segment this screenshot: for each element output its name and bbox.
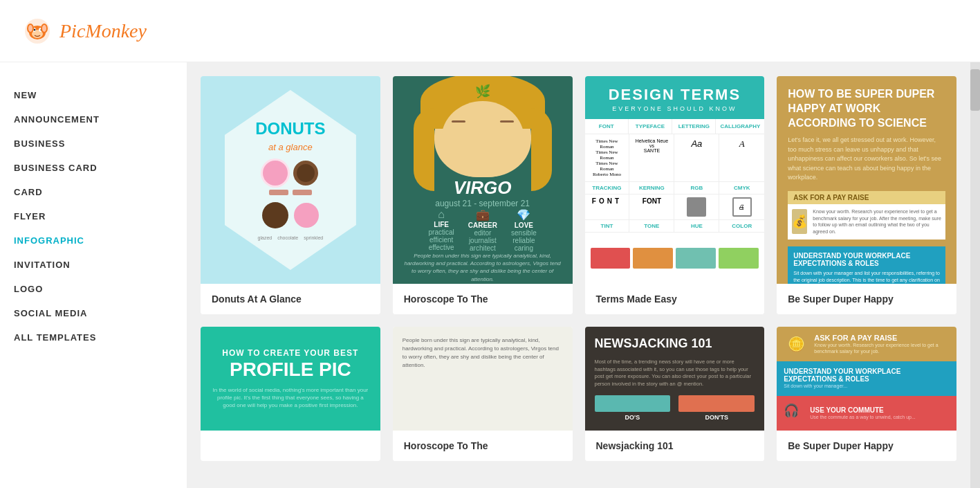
card-newsjacking-image: NEWSJACKING 101 Most of the time, a tren…: [585, 327, 765, 431]
sidebar-item-social-media[interactable]: SOCIAL MEDIA: [14, 301, 173, 325]
dos-label: DO'S: [595, 414, 671, 421]
sidebar-item-flyer[interactable]: FLYER: [14, 204, 173, 228]
profile-title: PROFILE PIC: [230, 359, 351, 381]
horoscope-bottom-text: People born under this sign are typicall…: [393, 327, 573, 379]
card-profile-pic[interactable]: HOW TO CREATE YOUR BEST PROFILE PIC In t…: [201, 327, 380, 461]
logo[interactable]: PicMonkey: [21, 15, 147, 48]
card-design-terms[interactable]: DESIGN TERMS EVERYONE SHOULD KNOW FONT T…: [585, 76, 765, 314]
header: PicMonkey: [0, 0, 980, 62]
coins-icon: 💰: [792, 209, 807, 234]
svg-point-9: [28, 25, 33, 32]
card-newsjacking[interactable]: NEWSJACKING 101 Most of the time, a tren…: [585, 327, 765, 461]
card-virgo-label: Horoscope To The: [393, 284, 573, 314]
card-newsjacking-label: Newsjacking 101: [585, 431, 765, 461]
work-section1-title: ASK FOR A PAY RAISE: [788, 191, 945, 204]
card-design-terms-image: DESIGN TERMS EVERYONE SHOULD KNOW FONT T…: [585, 76, 765, 284]
newsjacking-donts: DON'TS: [678, 395, 755, 421]
card-work-happy-label: Be Super Duper Happy: [777, 284, 956, 314]
donut-2: [293, 161, 318, 186]
card-virgo-image: 🌿 VIRGO august 21 - september 21: [393, 76, 573, 284]
card-donuts-label: Donuts At A Glance: [201, 284, 380, 314]
donuts-title: DONUTS: [255, 120, 325, 138]
sidebar-item-business[interactable]: BUSINESS: [14, 132, 173, 156]
sidebar-item-invitation[interactable]: INVITATION: [14, 253, 173, 277]
card-happy2-image: 🪙 ASK FOR A PAY RAISE Know your worth. R…: [777, 327, 956, 431]
sidebar-item-business-card[interactable]: BUSINESS CARD: [14, 156, 173, 180]
sidebar-item-infographic[interactable]: INFOGRAPHIC: [14, 228, 173, 253]
work-section2-body: Sit down with your manager and list your…: [793, 270, 940, 284]
scrollbar-track[interactable]: [970, 62, 980, 488]
card-donuts[interactable]: DONUTS at a glance: [201, 76, 380, 314]
laurel-icon: 🌿: [438, 84, 528, 99]
profile-pre: HOW TO CREATE YOUR BEST: [222, 347, 358, 359]
scrollbar-thumb[interactable]: [970, 69, 980, 111]
sidebar-item-all-templates[interactable]: ALL TEMPLATES: [14, 325, 173, 350]
card-virgo[interactable]: 🌿 VIRGO august 21 - september 21: [393, 76, 573, 314]
virgo-life: ⌂ LIFE practicalefficienteffective: [429, 208, 454, 252]
newsjacking-body: Most of the time, a trending news story …: [595, 359, 755, 388]
donut-4: [294, 203, 319, 228]
sidebar-item-logo[interactable]: LOGO: [14, 277, 173, 301]
virgo-title: VIRGO: [435, 177, 530, 199]
monkey-icon: [21, 15, 54, 48]
bacon-strip: [269, 190, 288, 195]
logo-text: PicMonkey: [59, 20, 147, 42]
virgo-love: 💎 LOVE sensiblereliablecaring: [511, 208, 537, 252]
design-terms-sub: EVERYONE SHOULD KNOW: [592, 105, 758, 112]
virgo-description: People born under this sign are typicall…: [404, 252, 562, 283]
sidebar: NEW ANNOUNCEMENT BUSINESS BUSINESS CARD …: [0, 62, 187, 488]
template-grid-row1: DONUTS at a glance: [201, 76, 956, 314]
card-design-terms-label: Terms Made Easy: [585, 284, 765, 314]
newsjacking-title: NEWSJACKING 101: [595, 336, 755, 352]
card-horoscope-bottom[interactable]: People born under this sign are typicall…: [393, 327, 573, 461]
card-happy2[interactable]: 🪙 ASK FOR A PAY RAISE Know your worth. R…: [777, 327, 956, 461]
work-section2-title: UNDERSTAND YOUR WORKPLACE EXPECTATIONS &…: [793, 252, 940, 267]
card-donuts-image: DONUTS at a glance: [201, 76, 380, 284]
donut-1: [263, 161, 288, 186]
svg-point-10: [42, 25, 46, 32]
donuts-subtitle: at a glance: [268, 142, 313, 152]
work-section1-body: Know your worth. Research your experienc…: [813, 208, 941, 235]
newsjacking-dos: DO'S: [595, 395, 671, 421]
content-area: DONUTS at a glance: [187, 62, 970, 488]
sidebar-item-card[interactable]: CARD: [14, 180, 173, 204]
sidebar-item-announcement[interactable]: ANNOUNCEMENT: [14, 107, 173, 132]
profile-body: In the world of social media, nothing's …: [212, 386, 369, 410]
card-happy2-label: Be Super Duper Happy: [777, 431, 956, 461]
work-body: Let's face it, we all get stressed out a…: [788, 136, 945, 183]
card-work-happy[interactable]: HOW TO BE SUPER DUPER HAPPY AT WORK ACCO…: [777, 76, 956, 314]
card-work-happy-image: HOW TO BE SUPER DUPER HAPPY AT WORK ACCO…: [777, 76, 956, 284]
virgo-career: 💼 CAREER editorjournalistarchitect: [468, 208, 497, 252]
work-title: HOW TO BE SUPER DUPER HAPPY AT WORK ACCO…: [788, 87, 945, 130]
sidebar-item-new[interactable]: NEW: [14, 83, 173, 107]
headphones-icon: 🎧: [784, 403, 804, 424]
card-horoscope-bottom-label: Horoscope To The: [393, 431, 573, 461]
main-layout: NEW ANNOUNCEMENT BUSINESS BUSINESS CARD …: [0, 62, 980, 488]
card-horoscope-bottom-image: People born under this sign are typicall…: [393, 327, 573, 431]
card-profile-pic-image: HOW TO CREATE YOUR BEST PROFILE PIC In t…: [201, 327, 380, 431]
donut-3: [262, 202, 288, 228]
money-stack-icon: 🪙: [784, 332, 808, 356]
template-grid-row2: HOW TO CREATE YOUR BEST PROFILE PIC In t…: [201, 327, 956, 461]
virgo-dates: august 21 - september 21: [435, 199, 530, 208]
design-terms-title: DESIGN TERMS: [592, 86, 758, 104]
donts-label: DON'TS: [678, 414, 755, 421]
